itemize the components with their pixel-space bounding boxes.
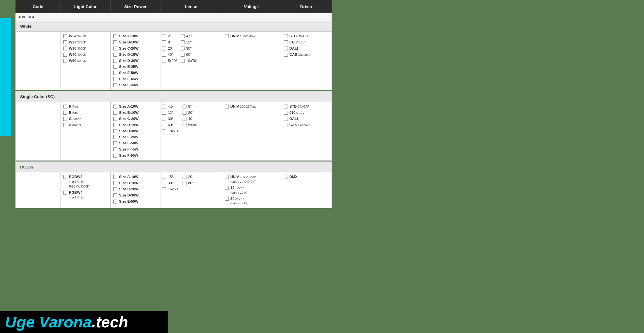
checkbox[interactable]	[183, 123, 186, 127]
checkbox-item[interactable]: 40°	[162, 52, 177, 57]
checkbox-item[interactable]: 4,5°	[162, 104, 179, 109]
checkbox[interactable]	[63, 34, 67, 38]
checkbox-item[interactable]: DALI	[284, 117, 329, 121]
checkbox-item[interactable]: W27 2700K	[63, 40, 108, 45]
checkbox-item[interactable]: 4,5°	[181, 34, 198, 39]
checkbox[interactable]	[284, 175, 288, 179]
checkbox-item[interactable]: 60°	[183, 181, 194, 186]
checkbox-item[interactable]: 12 12Vdc(only size A)	[225, 186, 278, 195]
checkbox[interactable]	[63, 105, 67, 108]
checkbox-item[interactable]: RGBW44 in 1 Chip	[63, 190, 108, 200]
checkbox-item[interactable]: 10x70°	[181, 59, 198, 63]
checkbox[interactable]	[284, 105, 288, 108]
checkbox[interactable]	[63, 59, 67, 63]
checkbox[interactable]	[162, 123, 166, 127]
checkbox[interactable]	[181, 53, 185, 57]
checkbox-item[interactable]: Size D-30W	[113, 193, 157, 198]
checkbox-item[interactable]: 8°	[162, 40, 177, 45]
checkbox[interactable]	[284, 53, 288, 57]
checkbox-item[interactable]: W30 3000K	[63, 46, 108, 51]
checkbox[interactable]	[113, 187, 117, 191]
checkbox[interactable]	[113, 129, 117, 133]
checkbox[interactable]	[225, 105, 229, 108]
checkbox[interactable]	[113, 147, 117, 151]
checkbox[interactable]	[162, 117, 166, 121]
checkbox-item[interactable]: Size B-10W	[113, 181, 157, 186]
checkbox[interactable]	[162, 47, 166, 50]
checkbox[interactable]	[63, 111, 67, 115]
checkbox-item[interactable]: UNIV 100-264Vac(only size C,D,E,F)	[225, 175, 278, 184]
checkbox[interactable]	[162, 59, 166, 63]
checkbox[interactable]	[284, 117, 288, 121]
checkbox[interactable]	[183, 111, 186, 115]
checkbox[interactable]	[113, 117, 117, 121]
checkbox[interactable]	[63, 40, 67, 44]
checkbox-item[interactable]: 5x20°	[183, 123, 197, 128]
checkbox[interactable]	[162, 53, 166, 57]
checkbox-item[interactable]: Size F-45W	[113, 147, 157, 152]
checkbox[interactable]	[63, 117, 67, 121]
checkbox[interactable]	[181, 59, 185, 63]
checkbox[interactable]	[113, 123, 117, 127]
checkbox-item[interactable]: CAS Casambi	[284, 123, 329, 128]
checkbox[interactable]	[63, 53, 67, 57]
checkbox[interactable]	[162, 181, 166, 185]
checkbox-item[interactable]: Size C-20W	[113, 117, 157, 121]
checkbox[interactable]	[113, 59, 117, 63]
checkbox-item[interactable]: 12°	[181, 40, 198, 45]
checkbox[interactable]	[162, 34, 166, 38]
checkbox[interactable]	[113, 154, 117, 158]
checkbox-item[interactable]: CAS Casambi	[284, 52, 329, 57]
checkbox-item[interactable]: Size F-45W	[113, 77, 157, 82]
checkbox[interactable]	[183, 181, 186, 185]
checkbox[interactable]	[284, 34, 288, 38]
checkbox[interactable]	[113, 71, 117, 75]
checkbox-item[interactable]: Size B-10W	[113, 110, 157, 115]
checkbox[interactable]	[113, 111, 117, 115]
checkbox[interactable]	[181, 34, 185, 38]
checkbox[interactable]	[162, 187, 166, 191]
checkbox-item[interactable]: DALI	[284, 46, 329, 51]
checkbox[interactable]	[113, 193, 117, 197]
checkbox[interactable]	[63, 191, 67, 195]
checkbox-item[interactable]: 20°	[183, 110, 197, 115]
checkbox-item[interactable]: 24 24Vdc(only size B)	[225, 196, 278, 206]
checkbox-item[interactable]: UNIV 100-264Vac	[225, 34, 278, 39]
checkbox-item[interactable]: 20°	[162, 46, 177, 51]
checkbox-item[interactable]: 12°	[162, 110, 179, 115]
checkbox-item[interactable]: 30°	[162, 181, 179, 186]
checkbox-item[interactable]: Size E-50W	[113, 141, 157, 146]
checkbox[interactable]	[183, 175, 186, 179]
checkbox[interactable]	[113, 40, 117, 44]
checkbox-item[interactable]: Size E-50W	[113, 71, 157, 75]
checkbox[interactable]	[284, 111, 288, 115]
checkbox-item[interactable]: 15x60°	[162, 187, 179, 192]
checkbox-item[interactable]: Size D-30W	[113, 129, 157, 134]
checkbox[interactable]	[225, 186, 229, 190]
checkbox-item[interactable]: Size A-10W	[113, 104, 157, 109]
checkbox[interactable]	[113, 105, 117, 108]
checkbox[interactable]	[63, 175, 67, 179]
checkbox[interactable]	[113, 175, 117, 179]
checkbox[interactable]	[113, 200, 117, 203]
checkbox-item[interactable]: R Red	[63, 104, 108, 109]
checkbox-item[interactable]: 010 0-10V	[284, 110, 329, 115]
checkbox[interactable]	[63, 47, 67, 50]
checkbox[interactable]	[225, 34, 229, 38]
checkbox[interactable]	[181, 47, 185, 50]
checkbox-item[interactable]: Size B-10W	[113, 40, 157, 45]
checkbox-item[interactable]: 20°	[183, 175, 194, 179]
checkbox[interactable]	[63, 123, 67, 127]
checkbox-item[interactable]: 15°	[162, 175, 179, 179]
checkbox[interactable]	[284, 40, 288, 44]
checkbox-item[interactable]: Size A-10W	[113, 34, 157, 39]
checkbox-item[interactable]: 8°	[183, 104, 197, 109]
checkbox[interactable]	[284, 123, 288, 127]
checkbox[interactable]	[284, 47, 288, 50]
checkbox-item[interactable]: 10x70°	[162, 129, 179, 134]
checkbox[interactable]	[113, 135, 117, 139]
checkbox[interactable]	[113, 141, 117, 145]
checkbox-item[interactable]: 30°	[181, 46, 198, 51]
checkbox-item[interactable]: Size E-25W	[113, 64, 157, 69]
checkbox-item[interactable]: 40°	[183, 117, 197, 121]
